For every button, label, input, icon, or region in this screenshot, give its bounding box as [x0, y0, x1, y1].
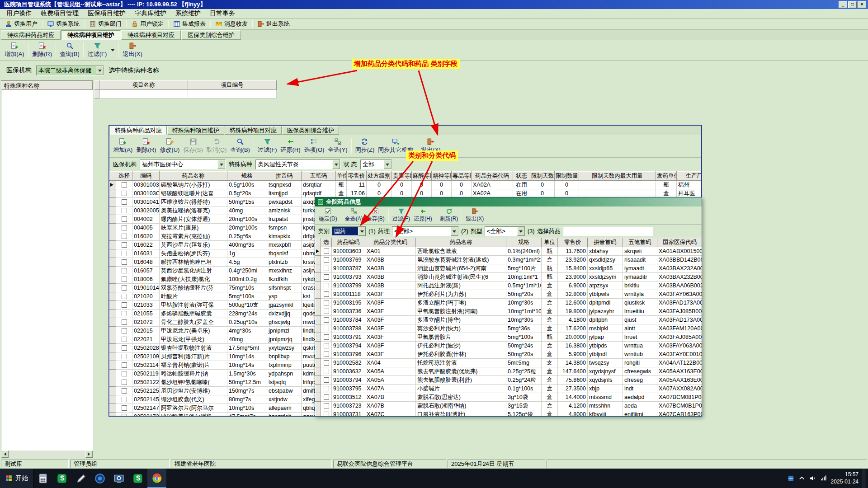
column-header[interactable]: 规格: [227, 172, 267, 181]
filter-button[interactable]: 过滤(F): [256, 136, 279, 156]
row-selector[interactable]: [110, 361, 116, 370]
row-selector[interactable]: [110, 267, 116, 275]
row-selector[interactable]: [316, 342, 321, 350]
chevron-down-icon[interactable]: [384, 160, 392, 169]
column-header[interactable]: 选: [321, 238, 332, 247]
row-checkbox-cell[interactable]: [321, 299, 332, 307]
row-checkbox-cell[interactable]: [116, 378, 132, 387]
row-checkbox-cell[interactable]: [116, 224, 132, 232]
column-header[interactable]: 麻醉等级: [412, 172, 432, 181]
row-checkbox-cell[interactable]: [116, 352, 132, 361]
row-checkbox-cell[interactable]: [116, 249, 132, 258]
row-selector[interactable]: [110, 232, 116, 241]
column-header[interactable]: 发药单位: [656, 172, 677, 181]
category-combo[interactable]: 国药: [332, 226, 366, 236]
row-selector[interactable]: [110, 404, 116, 413]
pharm-combo[interactable]: <全部>: [392, 226, 459, 236]
row-selector[interactable]: [110, 344, 116, 352]
chevron-down-icon[interactable]: [217, 160, 225, 169]
start-button[interactable]: 开始: [0, 469, 33, 488]
row-selector[interactable]: [316, 256, 321, 264]
row-checkbox-cell[interactable]: [116, 370, 132, 378]
row-checkbox-cell[interactable]: [321, 342, 332, 350]
row-checkbox-cell[interactable]: [116, 215, 132, 224]
tray-volume[interactable]: [809, 475, 816, 482]
menu-item-2[interactable]: 医保项目维护: [83, 9, 130, 18]
drug-search-input[interactable]: [563, 227, 653, 236]
row-checkbox-cell[interactable]: [321, 324, 332, 333]
row-selector[interactable]: [110, 292, 116, 301]
column-header[interactable]: 限制天数内最大用量: [579, 172, 656, 181]
row-checkbox-cell[interactable]: [321, 385, 332, 393]
column-header[interactable]: 项目编号: [188, 81, 277, 90]
delete-button[interactable]: 删除(R): [134, 136, 158, 156]
tab-0[interactable]: 特殊病种药品对应: [1, 30, 61, 40]
row-checkbox-cell[interactable]: [116, 310, 132, 318]
row-checkbox-cell[interactable]: [321, 367, 332, 376]
close-button[interactable]: ×: [858, 1, 866, 8]
row-checkbox-cell[interactable]: [116, 344, 132, 352]
exit-button[interactable]: 退出(X): [121, 41, 144, 60]
menu-item-0[interactable]: 用户操作: [2, 9, 36, 18]
add-button[interactable]: 增加(A): [111, 136, 134, 156]
switch-user-button[interactable]: 切换用户: [2, 19, 41, 28]
row-selector[interactable]: [110, 284, 116, 292]
column-header[interactable]: 毒品等级: [452, 172, 472, 181]
minimize-button[interactable]: _: [839, 1, 847, 8]
chevron-down-icon[interactable]: [358, 227, 366, 236]
row-selector[interactable]: [110, 310, 116, 318]
row-checkbox-cell[interactable]: [116, 327, 132, 335]
sync-button[interactable]: 同步(Z): [354, 136, 377, 156]
row-selector[interactable]: [316, 299, 321, 307]
restore-button[interactable]: 还原(H): [279, 136, 302, 156]
row-checkbox-cell[interactable]: [116, 181, 132, 189]
row-checkbox-cell[interactable]: [116, 404, 132, 413]
disease-list-header[interactable]: 特殊病种名称: [1, 81, 93, 90]
row-checkbox-cell[interactable]: [321, 247, 332, 256]
row-selector[interactable]: [110, 249, 116, 258]
exit-button[interactable]: 退出(X): [464, 207, 486, 224]
column-header[interactable]: 拼音首码: [588, 238, 623, 247]
row-checkbox-cell[interactable]: [116, 292, 132, 301]
tab-3[interactable]: 医保类别综合维护: [282, 126, 339, 135]
scroll-right-icon[interactable]: [85, 450, 93, 458]
row-checkbox-cell[interactable]: [116, 198, 132, 206]
column-header[interactable]: 规格: [506, 238, 542, 247]
discard-button[interactable]: 全弃(B): [365, 207, 387, 224]
message-button[interactable]: 消息收发: [212, 19, 251, 28]
taskbar-calculator[interactable]: [33, 469, 52, 488]
exit-button[interactable]: 退出系统: [254, 19, 293, 28]
column-header[interactable]: 状态: [513, 172, 530, 181]
row-selector[interactable]: [110, 301, 116, 310]
row-selector[interactable]: [110, 241, 116, 249]
scrollbar-track[interactable]: [9, 450, 85, 458]
column-header[interactable]: 项目名称: [99, 81, 188, 90]
row-selector[interactable]: [110, 327, 116, 335]
row-selector[interactable]: [316, 367, 321, 376]
row-checkbox-cell[interactable]: [116, 258, 132, 267]
row-selector[interactable]: [316, 333, 321, 342]
row-checkbox-cell[interactable]: [116, 387, 132, 395]
column-header[interactable]: 五笔首码: [623, 238, 657, 247]
tab-1[interactable]: 特殊病种项目维护: [61, 30, 121, 40]
menu-item-3[interactable]: 字典库维护: [130, 9, 171, 18]
column-header[interactable]: 药品名称: [160, 172, 227, 181]
row-checkbox-cell[interactable]: [321, 333, 332, 342]
row-selector[interactable]: [110, 258, 116, 267]
query-button[interactable]: 查询(B): [229, 136, 252, 156]
taskbar-clock[interactable]: 15:57 2025-01-24: [831, 471, 859, 485]
taskbar-pen-app[interactable]: [71, 469, 90, 488]
row-selector[interactable]: [110, 335, 116, 344]
report-button[interactable]: 集成报表: [170, 19, 209, 28]
row-checkbox-cell[interactable]: [321, 359, 332, 367]
switch-dept-button[interactable]: 切换部门: [86, 19, 125, 28]
row-selector[interactable]: [110, 395, 116, 404]
column-header[interactable]: 单位: [542, 238, 558, 247]
column-header[interactable]: 生产厂家: [677, 172, 702, 181]
menu-item-5[interactable]: 日常事务: [205, 9, 240, 18]
row-checkbox-cell[interactable]: [116, 318, 132, 327]
edit-button[interactable]: 修改(U): [158, 136, 181, 156]
tray-grid[interactable]: [788, 475, 794, 482]
row-checkbox-cell[interactable]: [116, 206, 132, 215]
row-selector[interactable]: [110, 224, 116, 232]
